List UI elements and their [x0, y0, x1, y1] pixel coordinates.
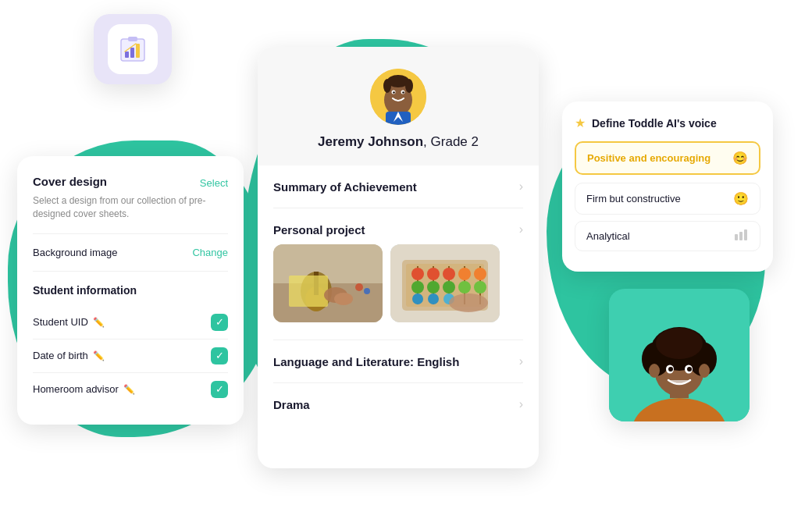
- ai-voice-card: ★ Define Toddle AI's voice Positive and …: [562, 101, 773, 272]
- svg-point-14: [402, 91, 404, 94]
- date-of-birth-text: Date of birth: [33, 350, 88, 361]
- project-images: [273, 244, 500, 322]
- ai-card-header: ★ Define Toddle AI's voice: [575, 116, 760, 130]
- chart-icon-card: [94, 14, 172, 84]
- center-body: Summary of Achievement › Personal projec…: [258, 165, 539, 425]
- svg-point-25: [355, 283, 363, 291]
- svg-point-9: [383, 79, 391, 93]
- summary-achievement-title: Summary of Achievement: [273, 180, 417, 194]
- svg-point-60: [649, 364, 660, 378]
- svg-point-59: [656, 328, 703, 359]
- craft-scene: [273, 244, 383, 322]
- language-literature-row[interactable]: Language and Literature: English ›: [273, 340, 523, 383]
- voice-firm-label: Firm but constructive: [586, 193, 681, 204]
- homeroom-advisor-edit-icon[interactable]: ✏️: [123, 384, 135, 395]
- student-uid-checkbox[interactable]: ✓: [211, 314, 228, 331]
- summary-achievement-row[interactable]: Summary of Achievement ›: [273, 165, 523, 208]
- svg-point-38: [458, 268, 471, 280]
- voice-analytical-label: Analytical: [586, 230, 630, 242]
- star-icon: ★: [575, 116, 586, 130]
- abacus-svg: [390, 244, 500, 322]
- cover-design-row: Cover design Select: [33, 175, 228, 191]
- voice-option-firm[interactable]: Firm but constructive 🙂: [575, 183, 760, 215]
- student-first-last-name: Jeremy Johnson: [318, 134, 423, 149]
- date-of-birth-label-group: Date of birth ✏️: [33, 350, 105, 361]
- svg-point-43: [458, 281, 471, 293]
- svg-rect-22: [289, 276, 328, 307]
- student-uid-row: Student UID ✏️ ✓: [33, 306, 228, 339]
- craft-svg: [273, 244, 383, 322]
- svg-rect-3: [130, 48, 134, 58]
- personal-project-chevron-icon: ›: [519, 222, 523, 236]
- svg-point-10: [405, 79, 413, 93]
- smile-gray-icon: 🙂: [733, 191, 749, 206]
- svg-point-64: [668, 367, 673, 372]
- background-image-row: Background image Change: [33, 247, 228, 258]
- student-uid-label-group: Student UID ✏️: [33, 316, 105, 328]
- summary-chevron-icon: ›: [519, 180, 523, 194]
- svg-point-42: [443, 281, 455, 293]
- svg-point-45: [412, 293, 423, 304]
- homeroom-advisor-row: Homeroom advisor ✏️ ✓: [33, 373, 228, 406]
- drama-chevron-icon: ›: [519, 397, 523, 411]
- svg-point-40: [411, 281, 424, 293]
- homeroom-advisor-text: Homeroom advisor: [33, 383, 119, 395]
- person-photo: [609, 293, 750, 421]
- student-uid-edit-icon[interactable]: ✏️: [93, 317, 105, 328]
- svg-point-35: [411, 268, 424, 280]
- center-card: Jeremy Johnson, Grade 2 Summary of Achie…: [258, 47, 539, 468]
- student-info-title: Student information: [33, 284, 228, 297]
- svg-point-13: [393, 91, 395, 94]
- change-button[interactable]: Change: [192, 247, 228, 258]
- svg-point-65: [687, 367, 692, 372]
- cover-design-description: Select a design from our collection of p…: [33, 194, 228, 221]
- homeroom-advisor-label-group: Homeroom advisor ✏️: [33, 383, 135, 395]
- date-of-birth-checkbox[interactable]: ✓: [211, 347, 228, 364]
- project-image-1: [273, 244, 383, 322]
- student-uid-text: Student UID: [33, 316, 88, 328]
- date-of-birth-edit-icon[interactable]: ✏️: [93, 350, 105, 361]
- abacus-scene: [390, 244, 500, 322]
- svg-point-41: [427, 281, 440, 293]
- svg-point-44: [474, 281, 486, 293]
- svg-rect-4: [136, 44, 140, 58]
- svg-point-46: [428, 293, 439, 304]
- voice-positive-label: Positive and encouraging: [587, 152, 710, 164]
- svg-point-24: [334, 293, 353, 305]
- voice-option-analytical[interactable]: Analytical: [575, 221, 760, 251]
- personal-project-row[interactable]: Personal project ›: [273, 208, 523, 340]
- homeroom-advisor-checkbox[interactable]: ✓: [211, 381, 228, 398]
- svg-rect-2: [125, 52, 129, 58]
- svg-point-61: [699, 364, 710, 378]
- background-image-label: Background image: [33, 247, 117, 258]
- drama-row[interactable]: Drama ›: [273, 383, 523, 425]
- person-photo-card: [609, 289, 750, 421]
- date-of-birth-row: Date of birth ✏️ ✓: [33, 340, 228, 372]
- smile-active-icon: 😊: [732, 151, 748, 165]
- divider-1: [33, 233, 228, 234]
- bars-icon: [735, 229, 749, 243]
- chart-icon-bg: [108, 24, 158, 74]
- project-image-2: [390, 244, 500, 322]
- svg-point-39: [474, 268, 486, 280]
- left-panel-card: Cover design Select Select a design from…: [17, 156, 244, 425]
- divider-2: [33, 271, 228, 272]
- cover-design-label: Cover design: [33, 175, 107, 188]
- drama-title: Drama: [273, 398, 310, 411]
- student-name: Jeremy Johnson, Grade 2: [318, 134, 479, 150]
- svg-point-48: [449, 293, 488, 312]
- voice-option-positive[interactable]: Positive and encouraging 😊: [575, 141, 760, 175]
- svg-rect-1: [128, 37, 137, 41]
- svg-rect-51: [744, 229, 747, 240]
- select-button[interactable]: Select: [200, 177, 228, 189]
- language-literature-title: Language and Literature: English: [273, 355, 459, 368]
- language-chevron-icon: ›: [519, 354, 523, 368]
- svg-point-26: [364, 288, 370, 294]
- svg-rect-49: [735, 234, 738, 240]
- student-grade: , Grade 2: [423, 134, 479, 149]
- svg-point-37: [443, 268, 455, 280]
- avatar-image: [370, 69, 426, 125]
- ai-card-title: Define Toddle AI's voice: [592, 117, 717, 130]
- personal-project-title: Personal project: [273, 223, 365, 236]
- bars-svg: [735, 229, 749, 240]
